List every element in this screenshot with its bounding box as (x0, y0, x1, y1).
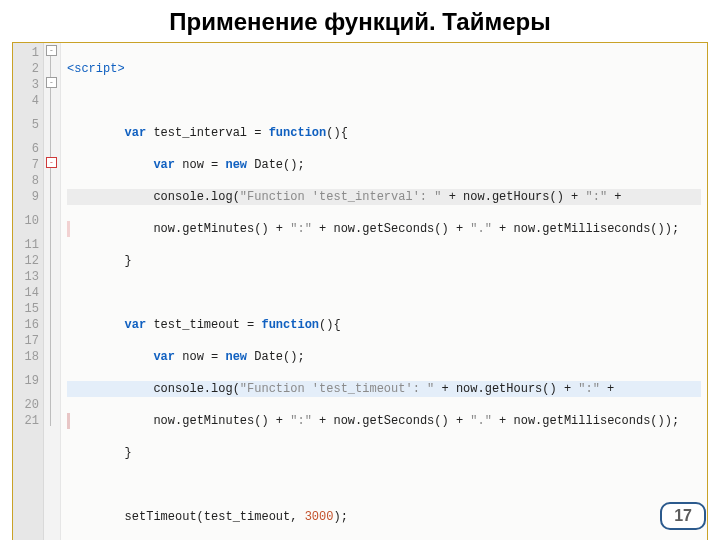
code-content: <script> var test_interval = function(){… (61, 43, 707, 540)
line-num: 7 (21, 157, 39, 173)
line-num: 11 (21, 237, 39, 253)
code-block: 1 2 3 4 5 6 7 8 9 10 11 12 13 14 15 16 1… (12, 42, 708, 540)
fold-gutter: - - - (44, 43, 61, 540)
line-num: 18 (21, 349, 39, 365)
line-number-gutter: 1 2 3 4 5 6 7 8 9 10 11 12 13 14 15 16 1… (13, 43, 44, 540)
line-num: 13 (21, 269, 39, 285)
line-num: 3 (21, 77, 39, 93)
fold-minus-icon: - (46, 45, 57, 56)
line-num: 20 (21, 397, 39, 413)
line-num: 12 (21, 253, 39, 269)
line-num: 4 (21, 93, 39, 109)
line-num: 21 (21, 413, 39, 429)
fold-minus-icon: - (46, 157, 57, 168)
line-num: 10 (21, 205, 39, 237)
line-num: 15 (21, 301, 39, 317)
slide-title: Применение функций. Таймеры (0, 0, 720, 42)
line-num: 5 (21, 109, 39, 141)
line-num: 8 (21, 173, 39, 189)
line-num: 19 (21, 365, 39, 397)
line-num: 6 (21, 141, 39, 157)
line-num: 9 (21, 189, 39, 205)
fold-minus-icon: - (46, 77, 57, 88)
page-number: 17 (660, 502, 706, 530)
line-num: 14 (21, 285, 39, 301)
line-num: 16 (21, 317, 39, 333)
line-num: 17 (21, 333, 39, 349)
line-num: 2 (21, 61, 39, 77)
line-num: 1 (21, 45, 39, 61)
